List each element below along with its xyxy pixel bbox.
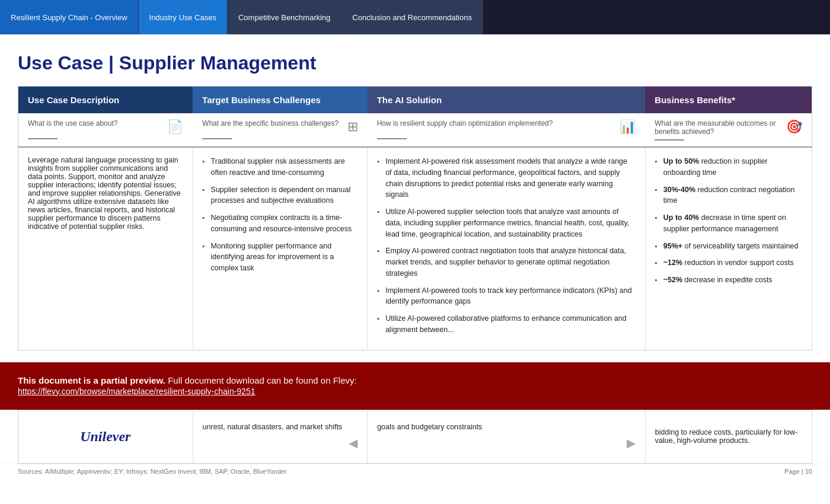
unilever-logo: Unilever — [28, 429, 183, 445]
chart-icon: 📊 — [620, 119, 636, 135]
subheader-ai: How is resilient supply chain optimizati… — [368, 113, 646, 147]
benefit-highlight: ~12% — [663, 259, 682, 267]
list-item: Implement AI-powered tools to track key … — [377, 285, 636, 308]
ai-solutions-list: Implement AI-powered risk assessment mod… — [377, 156, 636, 336]
bottom-challenge-cell: unrest, natural disasters, and market sh… — [193, 410, 368, 463]
bottom-arrow-left: ◀ — [349, 436, 357, 450]
list-item: 95%+ of serviceability targets maintaine… — [655, 241, 802, 252]
nav-tabs: Resilient Supply Chain - Overview Indust… — [0, 0, 830, 34]
footer: Sources: AIMultiple; Appinventiv; EY; In… — [0, 464, 830, 479]
list-item: 30%-40% reduction contract negotiation t… — [655, 184, 802, 207]
content-ai: Implement AI-powered risk assessment mod… — [368, 147, 646, 350]
tab-label-2: Competitive Benchmarking — [238, 13, 330, 22]
content-challenges: Traditional supplier risk assessments ar… — [193, 147, 368, 350]
bottom-partial-row: Unilever unrest, natural disasters, and … — [18, 410, 812, 463]
list-item: Up to 40% decrease in time spent on supp… — [655, 212, 802, 235]
subheader-challenges: What are the specific business challenge… — [193, 113, 368, 147]
tab-industry[interactable]: Industry Use Cases — [139, 0, 228, 34]
bottom-ai-cell: goals and budgetary constraints ▶ — [368, 410, 646, 463]
preview-bold: This document is a partial preview. — [18, 375, 165, 385]
tab-benchmarking[interactable]: Competitive Benchmarking — [228, 0, 341, 34]
benefit-rest: of serviceability targets maintained — [682, 242, 798, 250]
challenges-list: Traditional supplier risk assessments ar… — [203, 156, 358, 274]
content-desc: Leverage natural language processing to … — [18, 147, 193, 350]
benefit-rest: decrease in expedite costs — [682, 276, 772, 284]
bottom-arrow-right: ▶ — [627, 436, 636, 450]
bottom-benefit-text: bidding to reduce costs, particularly fo… — [655, 428, 797, 445]
list-item: Monitoring supplier performance and iden… — [203, 241, 358, 274]
preview-normal: Full document download can be found on F… — [168, 375, 357, 385]
subheader-row: What is the use case about? 📄 What are t… — [18, 113, 812, 147]
bottom-challenge-text: unrest, natural disasters, and market sh… — [203, 423, 343, 431]
use-case-table: Use Case Description Target Business Cha… — [18, 86, 812, 350]
subheader-desc-label: What is the use case about? — [28, 119, 117, 127]
preview-link[interactable]: https://flevy.com/browse/marketplace/res… — [18, 387, 255, 396]
footer-sources: Sources: AIMultiple; Appinventiv; EY; In… — [18, 468, 287, 475]
benefits-list: Up to 50% reduction in supplier onboardi… — [655, 156, 802, 286]
bottom-benefit-cell: bidding to reduce costs, particularly fo… — [645, 410, 812, 463]
preview-banner: This document is a partial preview. Full… — [0, 362, 830, 410]
subheader-benefits-label: What are the measurable outcomes or bene… — [655, 119, 781, 136]
list-item: Utilize AI-powered collaborative platfor… — [377, 313, 636, 336]
footer-page: Page | 10 — [784, 468, 812, 475]
benefit-highlight: 95%+ — [663, 242, 682, 250]
tab-supply-chain[interactable]: Resilient Supply Chain - Overview — [0, 0, 139, 34]
subheader-challenges-label: What are the specific business challenge… — [202, 119, 339, 127]
target-icon: 🎯 — [786, 119, 802, 135]
tab-label-1: Industry Use Cases — [149, 13, 216, 22]
benefit-highlight: Up to 50% — [663, 157, 699, 165]
grid-icon: ⊞ — [347, 119, 358, 135]
page-title: Use Case | Supplier Management — [18, 52, 812, 74]
header-challenges: Target Business Challenges — [193, 87, 368, 114]
list-item: Employ AI-powered contract negotiation t… — [377, 245, 636, 279]
list-item: Traditional supplier risk assessments ar… — [203, 156, 358, 178]
benefit-highlight: ~52% — [663, 276, 682, 284]
list-item: ~52% decrease in expedite costs — [655, 275, 802, 286]
document-icon: 📄 — [167, 119, 183, 135]
list-item: Negotiating complex contracts is a time-… — [203, 212, 358, 235]
list-item: Up to 50% reduction in supplier onboardi… — [655, 156, 802, 178]
bottom-logo-cell: Unilever — [18, 410, 193, 463]
bottom-partial-wrapper: Unilever unrest, natural disasters, and … — [0, 410, 830, 464]
header-benefits: Business Benefits* — [645, 87, 812, 114]
subheader-ai-label: How is resilient supply chain optimizati… — [377, 119, 553, 127]
list-item: Implement AI-powered risk assessment mod… — [377, 156, 636, 200]
subheader-desc: What is the use case about? 📄 — [18, 113, 193, 147]
benefit-highlight: Up to 40% — [663, 213, 699, 222]
benefit-highlight: 30%-40% — [663, 186, 695, 194]
tab-label-0: Resilient Supply Chain - Overview — [11, 13, 127, 22]
list-item: Utilize AI-powered supplier selection to… — [377, 206, 636, 240]
content-benefits: Up to 50% reduction in supplier onboardi… — [645, 147, 812, 350]
table-header-row: Use Case Description Target Business Cha… — [18, 87, 812, 114]
main-content: Use Case | Supplier Management Use Case … — [0, 34, 830, 356]
bottom-partial-table: Unilever unrest, natural disasters, and … — [18, 410, 812, 464]
subheader-benefits: What are the measurable outcomes or bene… — [645, 113, 812, 147]
tab-conclusion[interactable]: Conclusion and Recommendations — [341, 0, 483, 34]
desc-text: Leverage natural language processing to … — [28, 156, 183, 231]
list-item: ~12% reduction in vendor support costs — [655, 257, 802, 269]
tab-label-3: Conclusion and Recommendations — [352, 13, 472, 22]
header-desc: Use Case Description — [18, 87, 193, 114]
content-row: Leverage natural language processing to … — [18, 147, 812, 350]
list-item: Supplier selection is dependent on manua… — [203, 184, 358, 207]
benefit-rest: reduction in vendor support costs — [682, 259, 794, 267]
bottom-ai-text: goals and budgetary constraints — [377, 423, 482, 431]
header-ai: The AI Solution — [368, 87, 646, 114]
